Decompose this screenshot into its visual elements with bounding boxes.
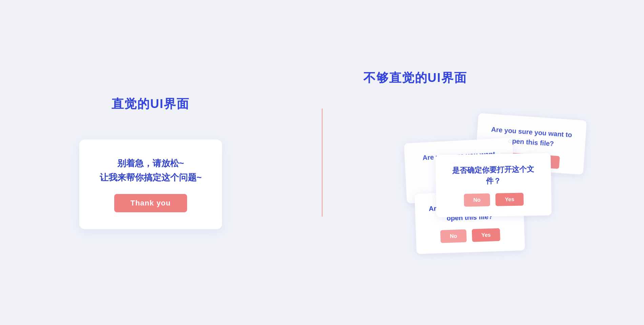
dialog-4-yes-button[interactable]: Yes: [471, 228, 500, 242]
dialog-stack: Are you sure you want to open this file?…: [409, 113, 578, 256]
card-text: 别着急，请放松~ 让我来帮你搞定这个问题~: [100, 156, 202, 185]
center-divider: [322, 108, 323, 217]
dialog-3-yes-button[interactable]: Yes: [495, 193, 524, 206]
dialog-4-buttons: No Yes: [440, 228, 500, 243]
dialog-3-title: 是否确定你要打开这个文件？: [448, 163, 539, 187]
card-line1: 别着急，请放松~: [117, 158, 184, 168]
right-section: 不够直觉的UI界面 Are you sure you want to open …: [343, 0, 644, 325]
thank-you-button[interactable]: Thank you: [114, 194, 187, 212]
dialog-4-no-button[interactable]: No: [440, 229, 467, 243]
dialog-card-3: 是否确定你要打开这个文件？ No Yes: [435, 153, 551, 217]
left-title: 直觉的UI界面: [112, 96, 189, 112]
card-line2: 让我来帮你搞定这个问题~: [100, 172, 202, 182]
right-title: 不够直觉的UI界面: [363, 70, 467, 86]
intuitive-card: 别着急，请放松~ 让我来帮你搞定这个问题~ Thank you: [79, 139, 222, 229]
main-container: 直觉的UI界面 别着急，请放松~ 让我来帮你搞定这个问题~ Thank you …: [0, 0, 644, 325]
dialog-3-no-button[interactable]: No: [464, 193, 490, 207]
dialog-3-buttons: No Yes: [464, 193, 524, 207]
left-section: 直觉的UI界面 别着急，请放松~ 让我来帮你搞定这个问题~ Thank you: [0, 0, 301, 325]
